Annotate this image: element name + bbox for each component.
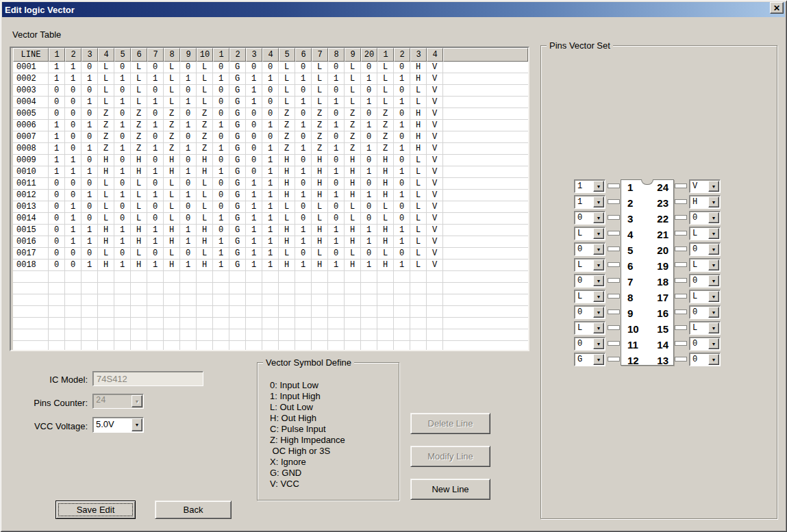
table-row[interactable]: 0015011H1H1H1H0G11H1H1H1H1LV <box>11 225 528 236</box>
save-edit-button[interactable]: Save Edit <box>55 501 136 519</box>
pin-18-value-combo[interactable]: 0▼ <box>689 274 721 288</box>
pin-12-value-combo[interactable]: G▼ <box>574 353 605 366</box>
vector-cell: 1 <box>361 225 377 236</box>
pin-20-value-combo[interactable]: 0▼ <box>689 242 721 256</box>
table-row-empty[interactable] <box>11 283 528 294</box>
table-row[interactable]: 0010111H1H1H1H1G01H1H1H1H1LV <box>11 166 528 178</box>
chevron-down-icon[interactable]: ▼ <box>708 322 719 333</box>
table-row[interactable]: 0001110L0L0L0L0G00L0L0L0L0HV <box>11 62 528 73</box>
pin-19-value-combo[interactable]: L▼ <box>689 258 721 272</box>
pin-23-value-combo[interactable]: H▼ <box>689 195 721 209</box>
back-button[interactable]: Back <box>155 501 232 519</box>
chevron-down-icon[interactable]: ▼ <box>593 354 604 365</box>
ic-model-input[interactable] <box>93 372 203 385</box>
row-filler <box>443 259 528 271</box>
pin-8-value-combo[interactable]: L▼ <box>574 290 605 303</box>
vector-cell <box>131 341 147 351</box>
pin-16-value-combo[interactable]: 0▼ <box>689 305 721 319</box>
title-bar[interactable]: Edit logic Vector <box>2 2 785 17</box>
new-line-button[interactable]: New Line <box>410 479 490 500</box>
chevron-down-icon[interactable]: ▼ <box>593 338 604 349</box>
table-row[interactable]: 0007100Z0Z0Z0Z0G00Z0Z0Z0Z0HV <box>11 131 528 143</box>
table-row[interactable]: 0002111L1L1L1L1G11L1L1L1L1HV <box>11 73 528 85</box>
vector-cell: 1 <box>361 166 377 178</box>
chevron-down-icon[interactable]: ▼ <box>593 307 604 318</box>
pin-17-value-combo[interactable]: L▼ <box>689 290 721 303</box>
pin-1-value-combo[interactable]: 1▼ <box>574 179 605 193</box>
close-button[interactable]: ✕ <box>770 2 784 14</box>
pin-24-value-combo[interactable]: V▼ <box>689 179 721 193</box>
chevron-down-icon[interactable]: ▼ <box>708 212 719 223</box>
table-row-empty[interactable] <box>11 329 528 341</box>
vector-cell: 1 <box>114 259 131 271</box>
vector-cell: 0 <box>180 178 197 190</box>
chevron-down-icon[interactable]: ▼ <box>708 291 719 302</box>
table-row[interactable]: 0008101Z1Z1Z1Z1G01Z1Z1Z1Z1HV <box>11 143 528 155</box>
pin-14-value-combo[interactable]: 0▼ <box>689 337 721 351</box>
table-row[interactable]: 0017000L0L0L0L1G11L0L0L0L0LV <box>11 248 528 259</box>
pin-15-value-combo[interactable]: L▼ <box>689 321 721 335</box>
chevron-down-icon[interactable]: ▼ <box>593 197 604 207</box>
table-row[interactable]: 0011000L0L0L0L0G11H0H0H0H0LV <box>11 178 528 190</box>
vector-cell: 1 <box>213 143 229 155</box>
pin-6-value-combo[interactable]: L▼ <box>574 258 605 272</box>
chevron-down-icon[interactable]: ▼ <box>708 181 719 192</box>
table-row-empty[interactable] <box>11 294 528 306</box>
pins-counter-combo[interactable]: 24 ▼ <box>92 394 144 409</box>
delete-line-button[interactable]: Delete Line <box>410 413 490 434</box>
chevron-down-icon[interactable]: ▼ <box>593 322 604 333</box>
table-row[interactable]: 0012001L1L1L1L0G11H1H1H1H1LV <box>11 190 528 201</box>
table-row-empty[interactable] <box>11 341 528 351</box>
vector-table[interactable]: LINE12345678910123456789201234 0001110L0… <box>10 47 529 351</box>
chevron-down-icon[interactable]: ▼ <box>708 307 719 318</box>
chevron-down-icon[interactable]: ▼ <box>593 244 604 255</box>
table-row[interactable]: 0016011H1H1H1H1G11H1H1H1H1LV <box>11 236 528 248</box>
pin-number-6: 6 <box>627 258 645 274</box>
vcc-voltage-combo[interactable]: 5.0V ▼ <box>92 417 144 433</box>
pin-2-value-combo[interactable]: 1▼ <box>574 195 605 209</box>
line-number-cell: 0010 <box>13 166 49 178</box>
table-row[interactable]: 0009110H0H0H0H0G01H0H0H0H0LV <box>11 155 528 166</box>
chevron-down-icon[interactable]: ▼ <box>708 354 719 365</box>
chevron-down-icon[interactable]: ▼ <box>593 259 604 270</box>
chevron-down-icon[interactable]: ▼ <box>708 259 719 270</box>
vector-cell: L <box>98 97 114 108</box>
chevron-down-icon[interactable]: ▼ <box>708 244 719 255</box>
chevron-down-icon[interactable]: ▼ <box>708 338 719 349</box>
vector-cell: 0 <box>114 178 131 190</box>
chevron-down-icon[interactable]: ▼ <box>593 275 604 286</box>
chevron-down-icon[interactable]: ▼ <box>593 228 604 239</box>
chevron-down-icon[interactable]: ▼ <box>708 197 719 207</box>
vector-cell: 0 <box>394 155 410 166</box>
chevron-down-icon[interactable]: ▼ <box>708 228 719 239</box>
pin-5-value-combo[interactable]: 0▼ <box>574 242 605 256</box>
table-row[interactable]: 0014010L0L0L0L1G11L0L0L0L0LV <box>11 213 528 225</box>
pin-7-value-combo[interactable]: 0▼ <box>574 274 605 288</box>
table-row[interactable]: 0013010L0L0L0L0G11L0L0L0L0LV <box>11 201 528 213</box>
table-row[interactable]: 0018001H1H1H1H1G11H1H1H1H1LV <box>11 259 528 271</box>
pin-21-value-combo[interactable]: L▼ <box>689 227 721 240</box>
pin-4-value-combo[interactable]: L▼ <box>574 227 605 240</box>
chevron-down-icon[interactable]: ▼ <box>593 291 604 302</box>
chevron-down-icon[interactable]: ▼ <box>593 212 604 223</box>
vector-cell: 0 <box>295 62 312 73</box>
modify-line-button[interactable]: Modify Line <box>410 446 490 467</box>
table-row-empty[interactable] <box>11 306 528 318</box>
vector-cell: 1 <box>114 225 131 236</box>
pin-22-value-combo[interactable]: 0▼ <box>689 211 721 225</box>
table-row-empty[interactable] <box>11 271 528 283</box>
pin-3-value-combo[interactable]: 0▼ <box>574 211 605 225</box>
table-row[interactable]: 0006101Z1Z1Z1Z1G01Z1Z1Z1Z1HV <box>11 120 528 131</box>
table-row-empty[interactable] <box>11 318 528 329</box>
pin-13-value-combo[interactable]: 0▼ <box>689 353 721 366</box>
table-row[interactable]: 0004001L1L1L1L0G10L1L1L1L1LV <box>11 97 528 108</box>
table-row[interactable]: 0005000Z0Z0Z0Z0G00Z0Z0Z0Z0HV <box>11 108 528 120</box>
pin-10-value-combo[interactable]: L▼ <box>574 321 605 335</box>
chevron-down-icon[interactable]: ▼ <box>708 275 719 286</box>
vector-cell <box>180 329 197 341</box>
vector-cell <box>328 283 345 294</box>
chevron-down-icon[interactable]: ▼ <box>593 181 604 192</box>
pin-11-value-combo[interactable]: 0▼ <box>574 337 605 351</box>
table-row[interactable]: 0003000L0L0L0L0G10L0L0L0L0LV <box>11 85 528 97</box>
pin-9-value-combo[interactable]: 0▼ <box>574 305 605 319</box>
